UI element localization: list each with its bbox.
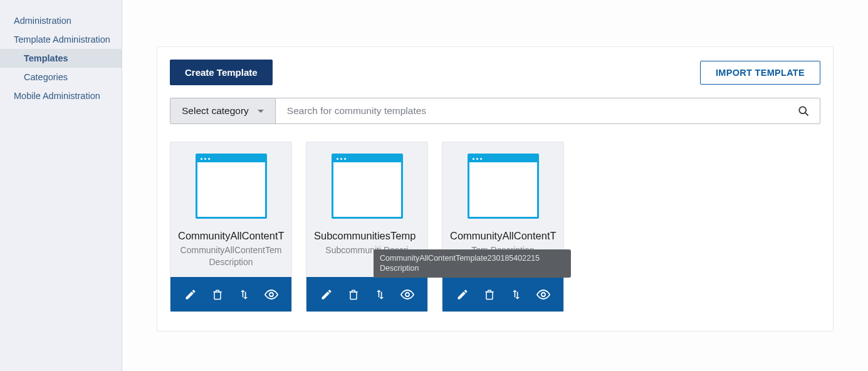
card-thumbnail <box>306 142 427 222</box>
edit-button[interactable] <box>183 287 198 302</box>
card-description: Subcommuniti Descri <box>306 244 427 277</box>
pencil-icon <box>456 288 469 301</box>
card-description: CommunityAllContentTem Description <box>170 244 291 277</box>
sidebar-item-templates[interactable]: Templates <box>0 49 122 68</box>
swap-vertical-icon <box>510 288 523 301</box>
card-description: Tem Description <box>442 244 563 277</box>
card-thumbnail <box>442 142 563 222</box>
svg-line-1 <box>805 113 808 116</box>
card-title: SubcommunitiesTemp <box>306 222 427 244</box>
search-input[interactable] <box>276 98 787 123</box>
template-card[interactable]: SubcommunitiesTemp Subcommuniti Descri <box>306 142 428 312</box>
sidebar-item-mobile-administration[interactable]: Mobile Administration <box>0 86 122 105</box>
sort-button[interactable] <box>237 287 252 302</box>
sidebar-item-administration[interactable]: Administration <box>0 11 122 30</box>
main-content: Create Template IMPORT TEMPLATE Select c… <box>122 0 868 371</box>
svg-point-0 <box>799 107 806 113</box>
edit-button[interactable] <box>319 287 334 302</box>
card-actions <box>442 277 563 311</box>
trash-icon <box>211 288 224 301</box>
swap-vertical-icon <box>374 288 387 301</box>
chevron-down-icon <box>258 110 264 113</box>
delete-button[interactable] <box>482 287 497 302</box>
toolbar: Create Template IMPORT TEMPLATE <box>170 60 820 85</box>
card-actions <box>306 277 427 311</box>
card-title: CommunityAllContentT <box>170 222 291 244</box>
delete-button[interactable] <box>210 287 225 302</box>
search-icon <box>797 105 810 117</box>
eye-icon <box>400 287 415 302</box>
trash-icon <box>347 288 360 301</box>
svg-point-7 <box>541 293 545 296</box>
import-template-button[interactable]: IMPORT TEMPLATE <box>700 61 820 85</box>
category-select-label: Select category <box>182 105 249 117</box>
search-wrap <box>276 98 820 123</box>
template-card[interactable]: CommunityAllContentT CommunityAllContent… <box>170 142 292 312</box>
templates-panel: Create Template IMPORT TEMPLATE Select c… <box>157 46 834 332</box>
category-select[interactable]: Select category <box>170 98 276 123</box>
sort-button[interactable] <box>373 287 388 302</box>
create-template-button[interactable]: Create Template <box>170 60 273 85</box>
card-title: CommunityAllContentT <box>442 222 563 244</box>
template-card[interactable]: CommunityAllContentT Tem Description <box>442 142 564 312</box>
template-cards: CommunityAllContentT CommunityAllContent… <box>170 142 820 312</box>
edit-button[interactable] <box>455 287 470 302</box>
sidebar-item-categories[interactable]: Categories <box>0 68 122 86</box>
view-button[interactable] <box>536 287 551 302</box>
search-button[interactable] <box>787 105 820 117</box>
window-icon <box>332 154 403 219</box>
svg-point-3 <box>269 293 273 296</box>
svg-point-5 <box>405 293 409 296</box>
pencil-icon <box>320 288 333 301</box>
card-thumbnail <box>170 142 291 222</box>
window-icon <box>196 154 267 219</box>
eye-icon <box>536 287 551 302</box>
window-icon <box>468 154 539 219</box>
card-actions <box>170 277 291 311</box>
sidebar-item-template-administration[interactable]: Template Administration <box>0 30 122 49</box>
filter-bar: Select category <box>170 98 820 124</box>
sort-button[interactable] <box>509 287 524 302</box>
swap-vertical-icon <box>238 288 251 301</box>
delete-button[interactable] <box>346 287 361 302</box>
pencil-icon <box>184 288 197 301</box>
eye-icon <box>264 287 279 302</box>
sidebar: Administration Template Administration T… <box>0 0 122 371</box>
view-button[interactable] <box>264 287 279 302</box>
trash-icon <box>483 288 496 301</box>
view-button[interactable] <box>400 287 415 302</box>
